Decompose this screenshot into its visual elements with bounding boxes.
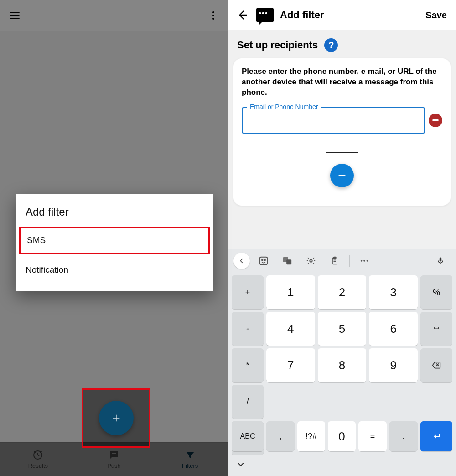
key-7[interactable]: 7 [266, 348, 315, 382]
svg-point-14 [361, 260, 363, 262]
soft-keyboard: + 1 2 3 % - 4 5 6 * 7 8 9 / [228, 249, 456, 476]
key-4[interactable]: 4 [266, 312, 315, 346]
key-space[interactable] [420, 312, 452, 346]
key-minus[interactable]: - [232, 312, 264, 346]
key-3[interactable]: 3 [369, 275, 418, 309]
svg-rect-6 [260, 257, 268, 265]
option-sms-highlight: SMS [19, 227, 210, 254]
help-icon[interactable]: ? [324, 38, 338, 52]
screen-filters-modal: Results Push Filters Add filter SMS [0, 0, 228, 476]
key-symbols[interactable]: !?# [297, 421, 325, 451]
section-title: Set up recipients [237, 39, 318, 51]
svg-point-8 [264, 259, 265, 261]
recipient-label: Email or Phone Number [247, 103, 321, 110]
key-plus[interactable]: + [232, 275, 264, 309]
fab-highlight [82, 388, 150, 448]
more-icon[interactable] [354, 253, 374, 269]
key-dot[interactable]: . [389, 421, 418, 451]
key-8[interactable]: 8 [318, 348, 367, 382]
dialog-title: Add filter [16, 194, 213, 227]
key-abc[interactable]: ABC [232, 421, 264, 451]
svg-point-7 [262, 259, 263, 261]
right-topbar: Add filter Save [228, 0, 456, 30]
clipboard-icon[interactable] [325, 253, 345, 269]
svg-point-16 [367, 260, 368, 262]
mic-icon[interactable] [430, 253, 451, 269]
page-title: Add filter [280, 9, 416, 21]
kbd-collapse-icon[interactable] [233, 253, 250, 269]
add-filter-fab[interactable] [99, 401, 134, 435]
sticker-icon[interactable] [254, 253, 274, 269]
svg-rect-17 [440, 258, 442, 262]
option-notification[interactable]: Notification [16, 257, 213, 283]
svg-rect-13 [334, 257, 336, 259]
key-0[interactable]: 0 [328, 421, 356, 451]
key-6[interactable]: 6 [369, 312, 418, 346]
recipient-field: Email or Phone Number [242, 107, 425, 134]
translate-icon[interactable] [277, 253, 297, 269]
key-9[interactable]: 9 [369, 348, 418, 382]
key-backspace[interactable] [420, 348, 452, 382]
screen-add-filter-recipients: Add filter Save Set up recipients ? Plea… [228, 0, 456, 476]
recipient-input[interactable] [242, 107, 425, 134]
svg-point-15 [363, 260, 365, 262]
kbd-hide-row [228, 455, 456, 476]
save-button[interactable]: Save [423, 7, 450, 23]
add-recipient-button[interactable] [330, 164, 354, 187]
back-icon[interactable] [234, 7, 250, 23]
divider [326, 152, 358, 153]
key-star[interactable]: * [232, 348, 264, 382]
key-percent[interactable]: % [420, 275, 452, 309]
kbd-toolbar [228, 249, 456, 273]
key-2[interactable]: 2 [318, 275, 367, 309]
settings-icon[interactable] [301, 253, 321, 269]
key-slash[interactable]: / [232, 385, 264, 419]
section-header: Set up recipients ? [228, 30, 456, 58]
kbd-hide-icon[interactable] [236, 460, 245, 471]
key-equals[interactable]: = [358, 421, 387, 451]
recipients-card: Please enter the phone number, e-mail, o… [233, 58, 451, 206]
key-enter[interactable] [420, 421, 452, 451]
app-logo-icon [256, 8, 274, 22]
key-1[interactable]: 1 [266, 275, 315, 309]
svg-rect-10 [286, 259, 291, 264]
option-sms[interactable]: SMS [21, 228, 208, 253]
key-comma[interactable]: , [266, 421, 295, 451]
key-5[interactable]: 5 [318, 312, 367, 346]
remove-recipient-button[interactable] [429, 114, 442, 127]
svg-point-11 [310, 259, 312, 262]
instruction-text: Please enter the phone number, e-mail, o… [242, 67, 442, 98]
add-filter-dialog: Add filter SMS Notification [16, 194, 213, 291]
